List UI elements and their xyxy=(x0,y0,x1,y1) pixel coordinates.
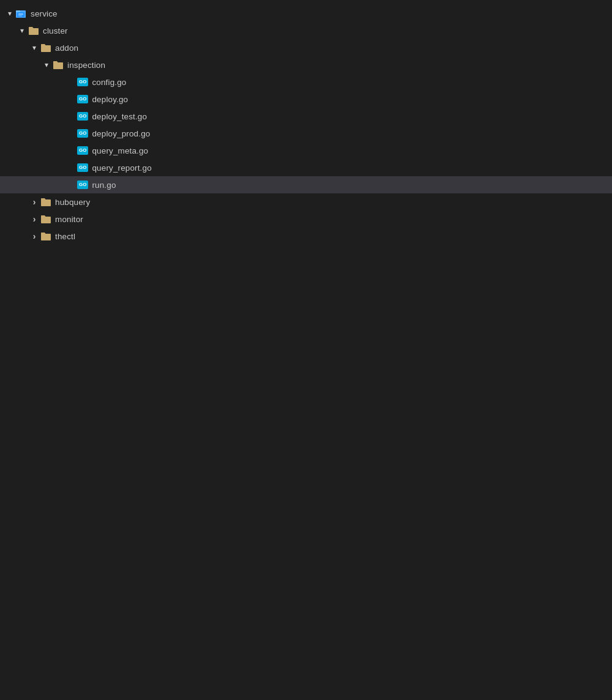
tree-item-deploy-prod-go[interactable]: GO deploy_prod.go xyxy=(0,125,612,142)
chevron-icon xyxy=(29,214,39,224)
go-badge: GO xyxy=(77,78,88,86)
file-tree: service cluster addon inspection xyxy=(0,0,612,250)
hubquery-label: hubquery xyxy=(55,198,90,207)
tree-item-deploy-test-go[interactable]: GO deploy_test.go xyxy=(0,108,612,125)
inspection-label: inspection xyxy=(67,61,105,70)
tree-item-addon[interactable]: addon xyxy=(0,39,612,56)
service-label: service xyxy=(31,9,58,18)
tree-item-deploy-go[interactable]: GO deploy.go xyxy=(0,91,612,108)
chevron-icon xyxy=(29,43,39,53)
service-folder-icon xyxy=(16,9,27,18)
go-badge: GO xyxy=(77,163,88,172)
chevron-icon xyxy=(29,197,39,207)
go-badge: GO xyxy=(77,181,88,189)
chevron-icon xyxy=(42,60,51,70)
folder-icon xyxy=(40,231,51,241)
svg-rect-3 xyxy=(18,13,23,15)
tree-item-run-go[interactable]: GO run.go xyxy=(0,176,612,193)
folder-icon xyxy=(40,197,51,207)
query-report-go-label: query_report.go xyxy=(92,163,151,173)
svg-rect-1 xyxy=(16,10,20,12)
folder-icon xyxy=(40,214,51,224)
folder-icon xyxy=(40,43,51,53)
deploy-test-go-label: deploy_test.go xyxy=(92,112,147,121)
go-badge: GO xyxy=(77,95,88,103)
chevron-icon xyxy=(5,9,15,18)
go-badge: GO xyxy=(77,112,88,121)
tree-item-query-report-go[interactable]: GO query_report.go xyxy=(0,159,612,176)
query-meta-go-label: query_meta.go xyxy=(92,146,148,155)
cluster-label: cluster xyxy=(43,26,68,35)
monitor-label: monitor xyxy=(55,215,83,224)
go-badge: GO xyxy=(77,129,88,138)
tree-item-inspection[interactable]: inspection xyxy=(0,56,612,73)
addon-label: addon xyxy=(55,43,78,53)
tree-item-thectl[interactable]: thectl xyxy=(0,228,612,245)
deploy-go-label: deploy.go xyxy=(92,95,128,104)
tree-item-query-meta-go[interactable]: GO query_meta.go xyxy=(0,142,612,159)
run-go-label: run.go xyxy=(92,181,116,190)
tree-item-cluster[interactable]: cluster xyxy=(0,22,612,39)
tree-item-monitor[interactable]: monitor xyxy=(0,210,612,228)
thectl-label: thectl xyxy=(55,232,75,241)
deploy-prod-go-label: deploy_prod.go xyxy=(92,129,150,138)
tree-item-config-go[interactable]: GO config.go xyxy=(0,73,612,91)
svg-rect-4 xyxy=(18,15,22,17)
config-go-label: config.go xyxy=(92,78,126,87)
folder-icon xyxy=(53,60,64,70)
folder-icon xyxy=(28,26,39,35)
chevron-icon xyxy=(17,26,27,35)
go-badge: GO xyxy=(77,146,88,155)
chevron-icon xyxy=(29,231,39,241)
tree-item-service[interactable]: service xyxy=(0,5,612,22)
tree-item-hubquery[interactable]: hubquery xyxy=(0,193,612,210)
